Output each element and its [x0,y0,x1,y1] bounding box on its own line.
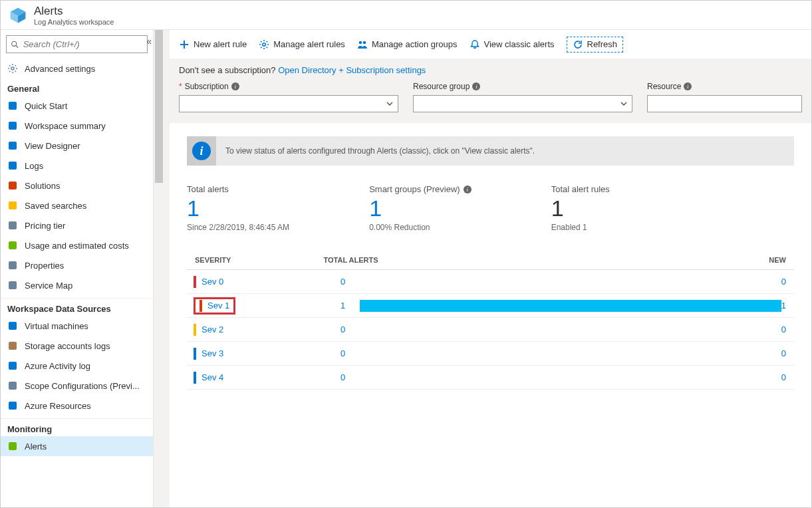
scope-icon [7,380,18,391]
sidebar-item-label: Saved searches [25,201,86,211]
view-classic-alerts-button[interactable]: View classic alerts [470,39,555,50]
logs-icon [7,160,18,171]
svg-point-3 [12,41,17,46]
svg-rect-21 [9,442,17,450]
info-icon[interactable]: i [684,82,692,90]
severity-label: Sev 3 [202,348,223,358]
people-icon [357,39,368,50]
sidebar-item[interactable]: Usage and estimated costs [1,235,153,255]
table-row[interactable]: Sev 111 [187,294,794,318]
sidebar-item[interactable]: Storage accounts logs [1,336,153,356]
subscription-select[interactable] [179,95,398,112]
sidebar-item-label: Virtual machines [25,321,88,331]
total-alerts-sub: Since 2/28/2019, 8:46:45 AM [187,223,289,232]
total-bar [360,348,781,360]
severity-label: Sev 2 [202,324,223,334]
manage-alert-rules-button[interactable]: Manage alert rules [259,39,345,50]
sidebar-item-label: Usage and estimated costs [25,241,129,251]
svg-rect-17 [9,342,17,350]
sidebar-item[interactable]: Saved searches [1,195,153,215]
sidebar-item-label: Storage accounts logs [25,341,110,351]
svg-rect-20 [9,402,17,410]
smart-groups-label: Smart groups (Preview) [369,184,460,194]
search-icon [11,40,19,49]
sidebar-item-label: Scope Configurations (Previ... [25,381,140,391]
total-alerts-value[interactable]: 1 [187,195,289,221]
sidebar-item-label: Alerts [25,442,47,451]
svg-rect-14 [9,261,17,269]
resource-select[interactable] [647,95,802,112]
info-icon[interactable]: i [464,186,472,193]
total-value: 0 [327,348,360,358]
severity-label: Sev 4 [202,372,223,382]
new-value: 0 [781,348,794,358]
total-value: 0 [327,372,360,382]
collapse-icon[interactable]: « [146,36,152,47]
new-value: 0 [781,372,794,382]
sidebar-item-label: Properties [25,261,64,271]
sidebar-item-label: Service Map [25,281,72,291]
new-value: 0 [781,277,794,287]
col-new: NEW [769,256,794,264]
manage-action-groups-button[interactable]: Manage action groups [357,39,458,50]
total-rules-sub: Enabled 1 [551,223,610,232]
refresh-button[interactable]: Refresh [567,37,624,53]
sidebar-item[interactable]: Pricing tier [1,215,153,235]
resource-group-select[interactable] [413,95,632,112]
sidebar-item[interactable]: Workspace summary [1,116,153,136]
sidebar-scrollbar[interactable]: ▲ [154,30,164,507]
info-banner: i To view status of alerts configured th… [187,136,794,166]
bars-icon [7,220,18,231]
subscription-label: Subscription [185,82,229,91]
total-bar [360,300,781,312]
svg-rect-7 [9,122,17,130]
sidebar-item[interactable]: Scope Configurations (Previ... [1,376,153,396]
sidebar-item[interactable]: Alerts [1,436,153,456]
cloud-icon [7,100,18,111]
table-row[interactable]: Sev 200 [187,318,794,342]
resource-label: Resource [647,82,681,91]
sidebar-item[interactable]: Quick Start [1,96,153,116]
sidebar-item-label: Quick Start [25,101,67,111]
sidebar-item-label: Azure Resources [25,401,91,411]
sidebar-item[interactable]: Logs [1,156,153,176]
sidebar-item-label: Solutions [25,181,60,191]
info-icon[interactable]: i [472,82,480,90]
new-alert-rule-button[interactable]: New alert rule [179,39,247,50]
sidebar-item-label: Workspace summary [25,121,106,131]
filter-bar: Don't see a subscription? Open Directory… [170,59,811,123]
cube-icon [7,400,18,411]
sidebar-item[interactable]: Azure Activity log [1,356,153,376]
search-input[interactable] [23,39,143,49]
layout-icon [7,140,18,151]
alert-icon [7,441,18,451]
svg-point-24 [363,41,366,44]
new-value: 1 [781,301,794,311]
table-row[interactable]: Sev 000 [187,270,794,294]
svg-line-4 [16,45,18,47]
sidebar-item[interactable]: Properties [1,255,153,275]
sidebar-item[interactable]: Virtual machines [1,316,153,336]
star-icon [7,200,18,211]
total-bar [360,276,781,288]
table-row[interactable]: Sev 300 [187,342,794,366]
table-row[interactable]: Sev 400 [187,366,794,390]
sidebar: « Advanced settingsGeneralQuick StartWor… [1,30,154,507]
sidebar-item[interactable]: Service Map [1,275,153,295]
svg-rect-15 [9,281,17,289]
svg-rect-13 [9,241,17,249]
sidebar-item[interactable]: View Designer [1,136,153,156]
sidebar-item[interactable]: Solutions [1,176,153,195]
col-severity: SEVERITY [187,256,324,264]
search-box[interactable] [6,35,148,53]
open-directory-link[interactable]: Open Directory + Subscription settings [278,65,426,75]
sidebar-advanced-settings[interactable]: Advanced settings [1,59,153,78]
info-icon[interactable]: i [231,82,239,90]
page-subtitle: Log Analytics workspace [34,18,114,26]
svg-point-5 [11,67,14,70]
svg-rect-10 [9,182,17,190]
smart-groups-value[interactable]: 1 [369,195,472,221]
grid-icon [7,120,18,131]
sidebar-item[interactable]: Azure Resources [1,396,153,416]
gear-icon [259,39,269,50]
